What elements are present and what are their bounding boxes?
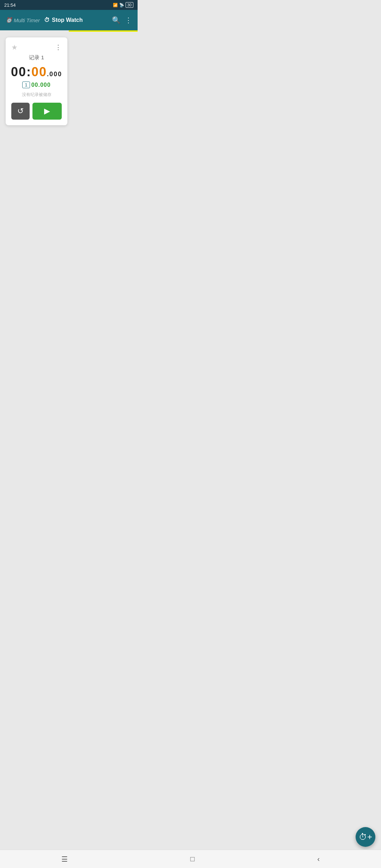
- time-colon: :: [26, 65, 31, 79]
- app-bar-actions: 🔍 ⋮: [112, 16, 132, 24]
- start-button[interactable]: ▶: [32, 103, 62, 120]
- signal-icon-1: 📶: [113, 3, 118, 7]
- multi-timer-label: Multi Timer: [14, 17, 40, 23]
- minutes-display: 00: [11, 65, 26, 79]
- multi-timer-tab[interactable]: ⏰ Multi Timer: [6, 17, 40, 23]
- lap-value: 00.000: [31, 82, 51, 88]
- stop-watch-tab[interactable]: ⏱ Stop Watch: [44, 17, 83, 23]
- main-content: ★ ⋮ 记录 1 00 : 00 .000 1 00.000 没有纪录被储存 ↺…: [0, 32, 138, 279]
- card-buttons: ↺ ▶: [11, 103, 62, 120]
- favorite-icon[interactable]: ★: [11, 43, 18, 52]
- milliseconds-display: .000: [47, 71, 62, 78]
- reset-button[interactable]: ↺: [11, 103, 30, 120]
- card-more-icon[interactable]: ⋮: [55, 43, 62, 51]
- battery-icon: 30: [126, 2, 133, 8]
- more-options-icon[interactable]: ⋮: [125, 16, 132, 24]
- seconds-display: 00: [31, 65, 47, 79]
- app-bar: ⏰ Multi Timer ⏱ Stop Watch 🔍 ⋮: [0, 10, 138, 30]
- no-record-text: 没有纪录被储存: [11, 92, 62, 98]
- multi-timer-icon: ⏰: [6, 17, 12, 23]
- status-bar: 21:54 📶 📡 30: [0, 0, 138, 10]
- stop-watch-label: Stop Watch: [52, 17, 83, 23]
- status-icons: 📶 📡 30: [113, 2, 133, 8]
- card-header: ★ ⋮: [11, 43, 62, 52]
- record-title: 记录 1: [11, 54, 62, 61]
- stop-watch-icon: ⏱: [44, 17, 50, 23]
- lap-time-display: 1 00.000: [11, 82, 62, 88]
- stopwatch-card: ★ ⋮ 记录 1 00 : 00 .000 1 00.000 没有纪录被储存 ↺…: [6, 37, 67, 125]
- main-time-display: 00 : 00 .000: [11, 65, 62, 79]
- wifi-icon: 📡: [119, 3, 124, 7]
- search-icon[interactable]: 🔍: [112, 16, 121, 24]
- status-time: 21:54: [4, 2, 16, 8]
- lap-number: 1: [22, 82, 30, 88]
- play-icon: ▶: [44, 107, 50, 116]
- reset-icon: ↺: [17, 107, 24, 116]
